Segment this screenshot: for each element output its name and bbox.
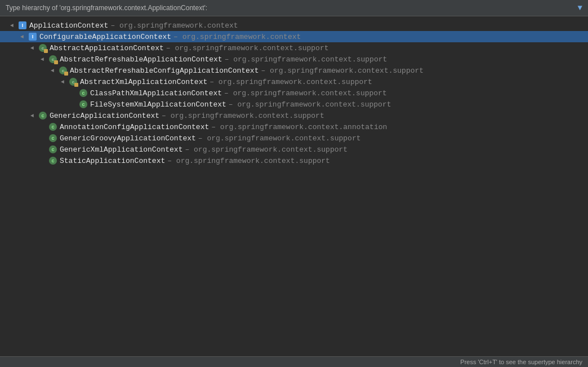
- interface-icon: I: [29, 33, 37, 41]
- class-name: ConfigurableApplicationContext: [39, 33, 171, 41]
- concrete-class-icon: c: [49, 157, 57, 165]
- lock-badge: [74, 83, 78, 87]
- class-name: GenericGroovyApplicationContext: [60, 134, 196, 143]
- class-name: AbstractRefreshableApplicationContext: [60, 55, 222, 64]
- package-name: – org.springframework.context: [110, 21, 238, 30]
- lock-badge: [54, 60, 58, 64]
- expand-arrow[interactable]: ◄: [20, 34, 28, 40]
- class-name: ClassPathXmlApplicationContext: [90, 89, 222, 98]
- concrete-class-icon: c: [39, 112, 47, 120]
- abstract-class-icon: c: [59, 67, 67, 74]
- class-name: FileSystemXmlApplicationContext: [90, 100, 226, 109]
- expand-arrow[interactable]: ◄: [61, 79, 69, 85]
- package-name: – org.springframework.context.support: [210, 78, 372, 86]
- package-name: – org.springframework.context.support: [166, 44, 329, 52]
- lock-badge: [64, 72, 68, 76]
- package-name: – org.springframework.context.support: [167, 157, 330, 165]
- expand-arrow[interactable]: ◄: [51, 68, 59, 74]
- package-name: – org.springframework.context.support: [261, 67, 424, 75]
- status-bar: Press 'Ctrl+T' to see the supertype hier…: [0, 356, 588, 367]
- tree-item-static-application-context[interactable]: cStaticApplicationContext – org.springfr…: [0, 155, 588, 166]
- concrete-class-icon: c: [79, 89, 87, 97]
- package-name: – org.springframework.context.support: [185, 145, 348, 154]
- package-name: – org.springframework.context.support: [225, 55, 387, 64]
- tree-item-filesystem-xml-application-context[interactable]: cFileSystemXmlApplicationContext – org.s…: [0, 99, 588, 110]
- tree-item-abstract-xml-application-context[interactable]: ◄cAbstractXmlApplicationContext – org.sp…: [0, 76, 588, 87]
- expand-arrow[interactable]: ◄: [30, 113, 38, 119]
- lock-badge: [44, 49, 48, 53]
- tree-item-abstract-application-context[interactable]: ◄cAbstractApplicationContext – org.sprin…: [0, 42, 588, 54]
- abstract-class-icon: c: [39, 44, 47, 52]
- title-bar: Type hierarchy of 'org.springframework.c…: [0, 0, 588, 16]
- concrete-class-icon: c: [49, 123, 57, 131]
- title-text: Type hierarchy of 'org.springframework.c…: [6, 4, 207, 12]
- tree-item-generic-application-context[interactable]: ◄cGenericApplicationContext – org.spring…: [0, 110, 588, 121]
- package-name: – org.springframework.context.annotation: [211, 123, 387, 131]
- interface-icon: I: [19, 21, 26, 29]
- concrete-class-icon: c: [79, 100, 87, 108]
- package-name: – org.springframework.context.support: [229, 100, 391, 109]
- expand-arrow[interactable]: ◄: [10, 23, 18, 29]
- hint-text: Press 'Ctrl+T' to see the supertype hier…: [460, 359, 582, 365]
- tree-container[interactable]: ◄IApplicationContext – org.springframewo…: [0, 16, 588, 356]
- tree-item-generic-xml-application-context[interactable]: cGenericXmlApplicationContext – org.spri…: [0, 144, 588, 155]
- package-name: – org.springframework.context.support: [162, 112, 324, 120]
- tree-item-configurable-application-context[interactable]: ◄IConfigurableApplicationContext – org.s…: [0, 31, 588, 42]
- expand-arrow[interactable]: ◄: [41, 56, 48, 63]
- concrete-class-icon: c: [49, 145, 57, 153]
- expand-arrow[interactable]: ◄: [30, 45, 38, 51]
- class-name: ApplicationContext: [29, 21, 108, 30]
- tree-item-abstract-refreshable-config-application-context[interactable]: ◄cAbstractRefreshableConfigApplicationCo…: [0, 65, 588, 76]
- abstract-class-icon: c: [69, 78, 77, 86]
- class-name: AbstractXmlApplicationContext: [80, 78, 207, 86]
- tree-item-annotation-config-application-context[interactable]: cAnnotationConfigApplicationContext – or…: [0, 121, 588, 132]
- collapse-icon[interactable]: ▼: [578, 3, 582, 12]
- class-name: GenericApplicationContext: [50, 112, 159, 120]
- package-name: – org.springframework.context.support: [224, 89, 387, 98]
- package-name: – org.springframework.context: [173, 33, 301, 41]
- tree-item-abstract-refreshable-application-context[interactable]: ◄cAbstractRefreshableApplicationContext …: [0, 54, 588, 65]
- tree-item-application-context[interactable]: ◄IApplicationContext – org.springframewo…: [0, 20, 588, 31]
- tree-item-generic-groovy-application-context[interactable]: cGenericGroovyApplicationContext – org.s…: [0, 132, 588, 144]
- class-name: AbstractApplicationContext: [50, 44, 164, 52]
- class-name: StaticApplicationContext: [60, 157, 165, 165]
- package-name: – org.springframework.context.support: [198, 134, 361, 143]
- abstract-class-icon: c: [49, 55, 57, 63]
- class-name: AbstractRefreshableConfigApplicationCont…: [70, 67, 259, 75]
- class-name: AnnotationConfigApplicationContext: [60, 123, 209, 131]
- class-name: GenericXmlApplicationContext: [60, 145, 182, 154]
- concrete-class-icon: c: [49, 134, 57, 142]
- tree-item-classpath-xml-application-context[interactable]: cClassPathXmlApplicationContext – org.sp…: [0, 87, 588, 99]
